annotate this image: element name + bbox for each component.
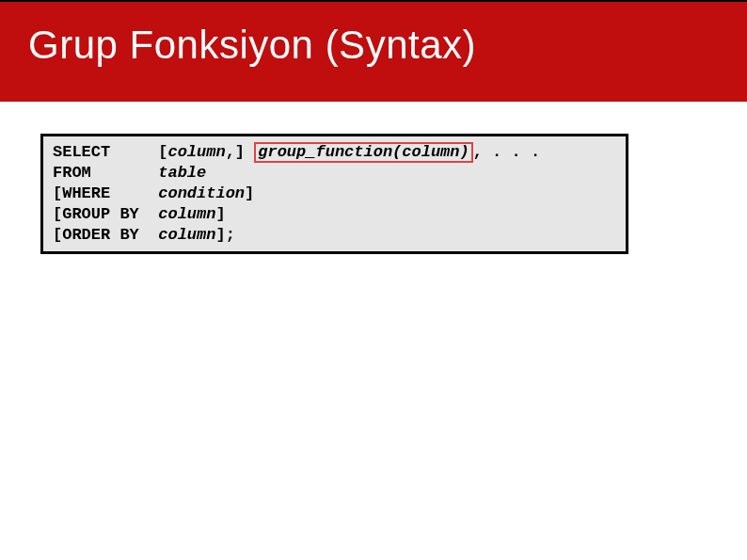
order-close: ]; xyxy=(215,226,234,244)
code-line-select: SELECT [column,] group_function(column),… xyxy=(53,142,616,163)
table-placeholder: table xyxy=(158,164,206,182)
bracket-close: ,] xyxy=(226,143,245,161)
keyword-where: [WHERE xyxy=(53,184,110,202)
keyword-select: SELECT xyxy=(53,143,110,161)
code-line-where: [WHERE condition] xyxy=(53,184,616,204)
group-column-placeholder: column xyxy=(158,205,215,223)
select-trail: , . . . xyxy=(473,143,540,161)
slide-title: Grup Fonksiyon (Syntax) xyxy=(28,23,476,68)
bracket-open: [ xyxy=(158,143,167,161)
code-line-orderby: [ORDER BY column]; xyxy=(53,225,616,246)
code-line-groupby: [GROUP BY column] xyxy=(53,204,616,225)
order-column-placeholder: column xyxy=(158,226,215,244)
condition-placeholder: condition xyxy=(158,184,245,202)
group-close: ] xyxy=(215,205,225,223)
code-line-from: FROM table xyxy=(53,163,616,184)
keyword-orderby: [ORDER BY xyxy=(53,226,139,244)
column-placeholder: column xyxy=(167,143,225,161)
title-bar: Grup Fonksiyon (Syntax) xyxy=(0,0,747,102)
group-function-highlight: group_function(column) xyxy=(254,142,472,163)
keyword-groupby: [GROUP BY xyxy=(53,205,139,223)
keyword-from: FROM xyxy=(53,164,91,182)
syntax-code-block: SELECT [column,] group_function(column),… xyxy=(40,134,628,254)
group-function-text: group_function(column) xyxy=(258,143,469,161)
where-close: ] xyxy=(245,184,254,202)
